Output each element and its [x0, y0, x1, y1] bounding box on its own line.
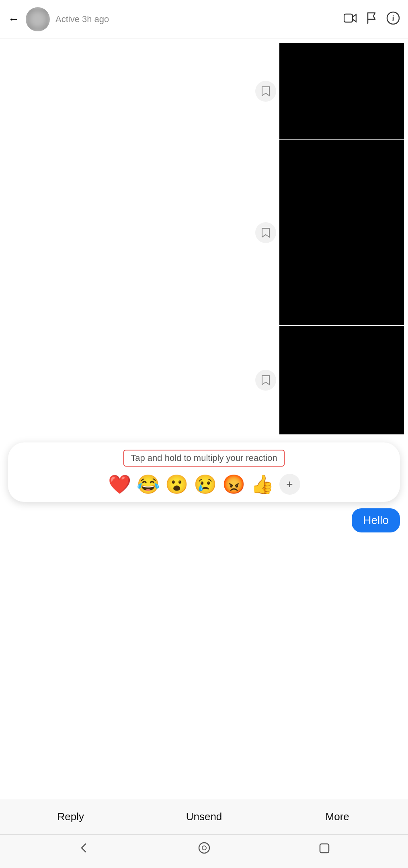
message-item	[0, 43, 408, 139]
more-button[interactable]: More	[271, 811, 404, 823]
nav-home-button[interactable]	[198, 842, 210, 857]
message-image-2	[279, 140, 404, 325]
nav-recent-button[interactable]	[319, 843, 330, 856]
user-status: Active 3h ago	[55, 14, 344, 25]
reply-button[interactable]: Reply	[4, 811, 137, 823]
action-bar: Reply Unsend More	[0, 799, 408, 834]
message-item	[0, 140, 408, 325]
message-item	[0, 326, 408, 434]
emoji-wow[interactable]: 😮	[165, 475, 188, 493]
bookmark-button-2[interactable]	[255, 222, 276, 243]
hello-bubble-row: Hello	[0, 502, 408, 539]
system-nav-bar	[0, 834, 408, 868]
unsend-button[interactable]: Unsend	[137, 811, 271, 823]
header: ← Active 3h ago i	[0, 0, 408, 39]
hello-message-bubble: Hello	[352, 508, 400, 532]
emoji-angry[interactable]: 😡	[222, 475, 245, 493]
messages-area: Tap and hold to multiply your reaction ❤…	[0, 39, 408, 799]
video-call-icon[interactable]	[344, 12, 357, 27]
svg-text:i: i	[392, 14, 394, 22]
nav-back-button[interactable]	[78, 842, 90, 856]
emoji-cry[interactable]: 😢	[194, 475, 217, 493]
svg-rect-5	[320, 844, 329, 853]
svg-point-3	[199, 843, 209, 853]
reaction-tooltip: Tap and hold to multiply your reaction	[123, 450, 284, 467]
emoji-thumbs-up[interactable]: 👍	[251, 475, 274, 493]
message-image-3	[279, 326, 404, 434]
header-icons: i	[344, 11, 400, 28]
emoji-heart[interactable]: ❤️	[108, 475, 131, 493]
avatar[interactable]	[26, 7, 50, 31]
svg-point-4	[202, 846, 206, 850]
emoji-row: ❤️ 😂 😮 😢 😡 👍 +	[108, 474, 300, 495]
back-button[interactable]: ←	[8, 13, 19, 26]
more-emojis-button[interactable]: +	[279, 474, 300, 495]
reaction-panel: Tap and hold to multiply your reaction ❤…	[8, 442, 400, 502]
bookmark-button-3[interactable]	[255, 370, 276, 391]
message-image-1	[279, 43, 404, 139]
info-icon[interactable]: i	[386, 11, 400, 28]
svg-rect-0	[344, 14, 353, 22]
flag-icon[interactable]	[366, 12, 377, 27]
emoji-laugh-cry[interactable]: 😂	[137, 475, 160, 493]
bookmark-button-1[interactable]	[255, 81, 276, 102]
